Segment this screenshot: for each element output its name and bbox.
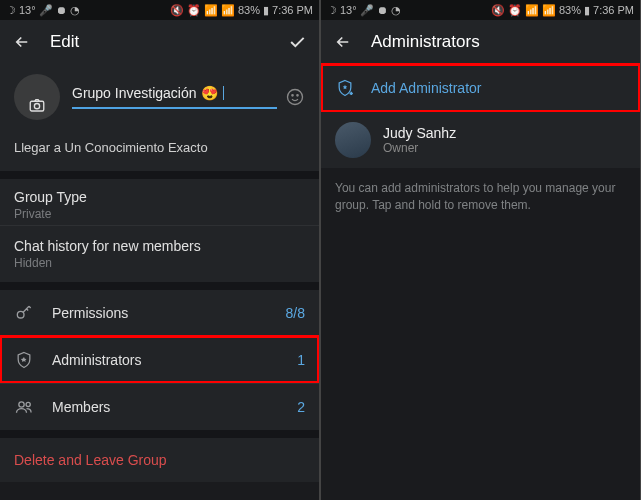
member-name: Judy Sanhz — [383, 125, 456, 141]
mute-icon: 🔇 — [170, 4, 184, 17]
record-icon: ⏺ — [377, 4, 388, 16]
app-icon: ◔ — [70, 4, 80, 17]
back-icon[interactable] — [12, 32, 32, 52]
administrators-screen: ☽ 13° 🎤 ⏺ ◔ 🔇 ⏰ 📶 📶 83% ▮ 7:36 PM Admini… — [321, 0, 640, 500]
svg-point-1 — [34, 104, 39, 109]
back-icon[interactable] — [333, 32, 353, 52]
mic-icon: 🎤 — [360, 4, 374, 17]
svg-rect-0 — [30, 101, 44, 111]
group-profile-row: Grupo Investigación 😍 — [0, 64, 319, 126]
group-name-text: Grupo Investigación — [72, 85, 197, 101]
moon-icon: ☽ — [6, 4, 16, 17]
record-icon: ⏺ — [56, 4, 67, 16]
mic-icon: 🎤 — [39, 4, 53, 17]
key-icon — [14, 303, 34, 323]
mute-icon: 🔇 — [491, 4, 505, 17]
battery-pct: 83% — [238, 4, 260, 16]
clock: 7:36 PM — [272, 4, 313, 16]
header: Administrators — [321, 20, 640, 64]
svg-point-5 — [17, 311, 24, 318]
shield-plus-icon — [335, 78, 355, 98]
permissions-value: 8/8 — [286, 305, 305, 321]
signal-icon: 📶 — [542, 4, 556, 17]
emoji-icon[interactable] — [285, 87, 305, 107]
temp: 13° — [340, 4, 357, 16]
chat-history-value: Hidden — [14, 256, 305, 270]
signal-icon: 📶 — [525, 4, 539, 17]
members-value: 2 — [297, 399, 305, 415]
svg-point-3 — [292, 95, 293, 96]
alarm-icon: ⏰ — [508, 4, 522, 17]
battery-icon: ▮ — [263, 4, 269, 17]
edit-group-screen: ☽ 13° 🎤 ⏺ ◔ 🔇 ⏰ 📶 📶 83% ▮ 7:36 PM Edit — [0, 0, 319, 500]
status-bar: ☽ 13° 🎤 ⏺ ◔ 🔇 ⏰ 📶 📶 83% ▮ 7:36 PM — [0, 0, 319, 20]
group-name-input[interactable]: Grupo Investigación 😍 — [72, 85, 305, 109]
setting-group-type[interactable]: Group Type Private — [0, 179, 319, 225]
delete-leave-button[interactable]: Delete and Leave Group — [0, 438, 319, 482]
row-permissions[interactable]: Permissions 8/8 — [0, 290, 319, 336]
group-description[interactable]: Llegar a Un Conocimiento Exacto — [0, 126, 319, 171]
avatar — [335, 122, 371, 158]
chat-history-label: Chat history for new members — [14, 238, 305, 254]
member-role: Owner — [383, 141, 456, 155]
row-members[interactable]: Members 2 — [0, 383, 319, 430]
page-title: Administrators — [371, 32, 628, 52]
administrators-label: Administrators — [52, 352, 279, 368]
moon-icon: ☽ — [327, 4, 337, 17]
alarm-icon: ⏰ — [187, 4, 201, 17]
permissions-label: Permissions — [52, 305, 268, 321]
confirm-icon[interactable] — [287, 32, 307, 52]
header: Edit — [0, 20, 319, 64]
svg-point-2 — [288, 90, 303, 105]
signal-icon: 📶 — [204, 4, 218, 17]
clock: 7:36 PM — [593, 4, 634, 16]
group-type-label: Group Type — [14, 189, 305, 205]
battery-icon: ▮ — [584, 4, 590, 17]
row-administrators[interactable]: Administrators 1 — [0, 336, 319, 383]
add-administrator-label: Add Administrator — [371, 80, 482, 96]
group-type-value: Private — [14, 207, 305, 221]
svg-point-4 — [297, 95, 298, 96]
page-title: Edit — [50, 32, 269, 52]
administrators-value: 1 — [297, 352, 305, 368]
temp: 13° — [19, 4, 36, 16]
svg-point-7 — [26, 402, 30, 406]
admin-member-row[interactable]: Judy Sanhz Owner — [321, 112, 640, 168]
group-avatar[interactable] — [14, 74, 60, 120]
battery-pct: 83% — [559, 4, 581, 16]
camera-icon — [28, 96, 46, 114]
members-icon — [14, 397, 34, 417]
add-administrator-button[interactable]: Add Administrator — [321, 64, 640, 112]
status-bar: ☽ 13° 🎤 ⏺ ◔ 🔇 ⏰ 📶 📶 83% ▮ 7:36 PM — [321, 0, 640, 20]
signal-icon: 📶 — [221, 4, 235, 17]
admin-hint-text: You can add administrators to help you m… — [321, 168, 640, 226]
members-label: Members — [52, 399, 279, 415]
shield-star-icon — [14, 350, 34, 370]
setting-chat-history[interactable]: Chat history for new members Hidden — [0, 225, 319, 282]
svg-point-6 — [19, 402, 24, 407]
app-icon: ◔ — [391, 4, 401, 17]
